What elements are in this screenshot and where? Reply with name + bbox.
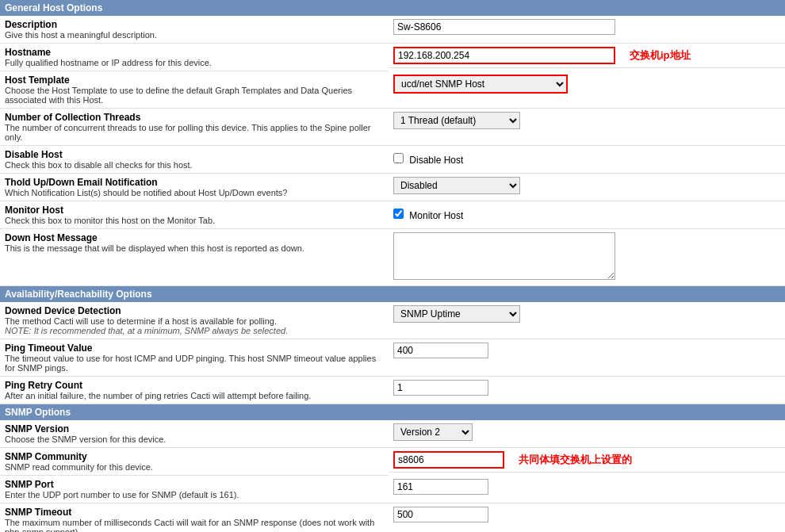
description-input-cell [389, 16, 785, 44]
snmp-port-input[interactable] [393, 479, 488, 495]
disable-host-desc: Check this box to disable all checks for… [5, 160, 384, 170]
snmp-section: SNMP Options SNMP Version Choose the SNM… [0, 404, 785, 532]
snmp-version-select[interactable]: Version 1 Version 2 Version 3 [393, 423, 473, 441]
availability-form-table: Downed Device Detection The method Cacti… [0, 302, 785, 404]
ping-retry-label-cell: Ping Retry Count After an initial failur… [0, 377, 389, 404]
ping-retry-input-cell [389, 377, 785, 404]
hostname-annotation: 交换机ip地址 [630, 48, 691, 63]
disable-host-checkbox-label: Disable Host [409, 155, 463, 166]
host-template-title: Host Template [5, 75, 384, 86]
down-message-label-cell: Down Host Message This is the message th… [0, 229, 389, 286]
ping-retry-row: Ping Retry Count After an initial failur… [0, 377, 785, 404]
downed-device-desc2: NOTE: It is recommended that, at a minim… [5, 326, 384, 335]
thold-notification-input-cell: Disabled Enabled [389, 174, 785, 201]
down-message-input-cell [389, 229, 785, 286]
snmp-community-row: SNMP Community SNMP read community for t… [0, 448, 785, 476]
description-input[interactable] [393, 19, 615, 35]
collection-threads-input-cell: 1 Thread (default) 2 Threads 3 Threads 4… [389, 109, 785, 146]
downed-device-label-cell: Downed Device Detection The method Cacti… [0, 302, 389, 339]
description-title: Description [5, 19, 384, 30]
snmp-community-annotation: 共同体填交换机上设置的 [519, 453, 632, 467]
hostname-label-cell: Hostname Fully qualified hostname or IP … [0, 44, 389, 71]
snmp-version-desc: Choose the SNMP version for this device. [5, 434, 384, 444]
ping-retry-input[interactable] [393, 380, 488, 396]
snmp-version-label-cell: SNMP Version Choose the SNMP version for… [0, 420, 389, 448]
monitor-host-row: Monitor Host Check this box to monitor t… [0, 201, 785, 229]
hostname-title: Hostname [5, 47, 384, 58]
ping-timeout-label-cell: Ping Timeout Value The timeout value to … [0, 339, 389, 377]
thold-notification-label-cell: Thold Up/Down Email Notification Which N… [0, 174, 389, 201]
snmp-port-title: SNMP Port [5, 479, 384, 490]
snmp-version-row: SNMP Version Choose the SNMP version for… [0, 420, 785, 448]
disable-host-label-cell: Disable Host Check this box to disable a… [0, 146, 389, 174]
availability-section-header: Availability/Reachability Options [0, 286, 785, 302]
collection-threads-label-cell: Number of Collection Threads The number … [0, 109, 389, 146]
snmp-community-label-cell: SNMP Community SNMP read community for t… [0, 448, 389, 476]
downed-device-title: Downed Device Detection [5, 305, 384, 316]
snmp-community-input-cell: 共同体填交换机上设置的 [389, 448, 785, 473]
down-message-textarea[interactable] [393, 232, 615, 280]
ping-timeout-input-cell [389, 339, 785, 377]
disable-host-row: Disable Host Check this box to disable a… [0, 146, 785, 174]
availability-section: Availability/Reachability Options Downed… [0, 286, 785, 404]
host-template-desc: Choose the Host Template to use to defin… [5, 86, 384, 105]
down-message-row: Down Host Message This is the message th… [0, 229, 785, 286]
disable-host-title: Disable Host [5, 149, 384, 160]
ping-retry-desc: After an initial failure, the number of … [5, 391, 384, 400]
snmp-community-title: SNMP Community [5, 451, 384, 462]
ping-timeout-row: Ping Timeout Value The timeout value to … [0, 339, 785, 377]
downed-device-desc1: The method Cacti will use to determine i… [5, 316, 384, 326]
thold-notification-row: Thold Up/Down Email Notification Which N… [0, 174, 785, 201]
collection-threads-title: Number of Collection Threads [5, 112, 384, 123]
snmp-timeout-desc: The maximum number of milliseconds Cacti… [5, 518, 384, 532]
monitor-host-label-cell: Monitor Host Check this box to monitor t… [0, 201, 389, 229]
hostname-row: Hostname Fully qualified hostname or IP … [0, 44, 785, 71]
snmp-port-desc: Enter the UDP port number to use for SNM… [5, 490, 384, 499]
snmp-timeout-input[interactable] [393, 507, 488, 522]
monitor-host-checkbox[interactable] [393, 209, 404, 219]
hostname-input[interactable] [393, 47, 615, 64]
hostname-input-cell: 交换机ip地址 [389, 44, 785, 68]
thold-notification-title: Thold Up/Down Email Notification [5, 177, 384, 188]
ping-timeout-desc: The timeout value to use for host ICMP a… [5, 354, 384, 373]
down-message-desc: This is the message that will be display… [5, 243, 384, 253]
monitor-host-title: Monitor Host [5, 205, 384, 216]
ping-retry-title: Ping Retry Count [5, 380, 384, 391]
snmp-timeout-input-cell [389, 503, 785, 533]
snmp-port-input-cell [389, 476, 785, 503]
host-template-input-cell: ucd/net SNMP Host None [389, 71, 785, 109]
ping-timeout-title: Ping Timeout Value [5, 343, 384, 354]
description-row: Description Give this host a meaningful … [0, 16, 785, 44]
ping-timeout-input[interactable] [393, 343, 488, 358]
host-template-label-cell: Host Template Choose the Host Template t… [0, 71, 389, 109]
monitor-host-desc: Check this box to monitor this host on t… [5, 216, 384, 225]
disable-host-input-cell: Disable Host [389, 146, 785, 174]
description-label-cell: Description Give this host a meaningful … [0, 16, 389, 44]
general-section: General Host Options Description Give th… [0, 0, 785, 286]
disable-host-checkbox[interactable] [393, 153, 404, 163]
collection-threads-row: Number of Collection Threads The number … [0, 109, 785, 146]
snmp-timeout-title: SNMP Timeout [5, 507, 384, 518]
snmp-form-table: SNMP Version Choose the SNMP version for… [0, 420, 785, 532]
monitor-host-checkbox-label: Monitor Host [409, 210, 463, 221]
hostname-desc: Fully qualified hostname or IP address f… [5, 58, 384, 67]
host-template-select[interactable]: ucd/net SNMP Host None [393, 75, 568, 94]
description-desc: Give this host a meaningful description. [5, 30, 384, 40]
snmp-section-header: SNMP Options [0, 404, 785, 420]
monitor-host-input-cell: Monitor Host [389, 201, 785, 229]
collection-threads-select[interactable]: 1 Thread (default) 2 Threads 3 Threads 4… [393, 112, 520, 129]
general-form-table: Description Give this host a meaningful … [0, 16, 785, 286]
host-template-row: Host Template Choose the Host Template t… [0, 71, 785, 109]
collection-threads-desc: The number of concurrent threads to use … [5, 123, 384, 142]
snmp-port-row: SNMP Port Enter the UDP port number to u… [0, 476, 785, 503]
downed-device-select[interactable]: SNMP Uptime Ping Ping and SNMP None [393, 305, 520, 323]
thold-notification-select[interactable]: Disabled Enabled [393, 177, 520, 194]
snmp-community-input[interactable] [393, 451, 504, 469]
downed-device-input-cell: SNMP Uptime Ping Ping and SNMP None [389, 302, 785, 339]
down-message-title: Down Host Message [5, 232, 384, 243]
thold-notification-desc: Which Notification List(s) should be not… [5, 188, 384, 197]
snmp-port-label-cell: SNMP Port Enter the UDP port number to u… [0, 476, 389, 503]
downed-device-row: Downed Device Detection The method Cacti… [0, 302, 785, 339]
snmp-version-title: SNMP Version [5, 423, 384, 434]
snmp-version-input-cell: Version 1 Version 2 Version 3 [389, 420, 785, 448]
